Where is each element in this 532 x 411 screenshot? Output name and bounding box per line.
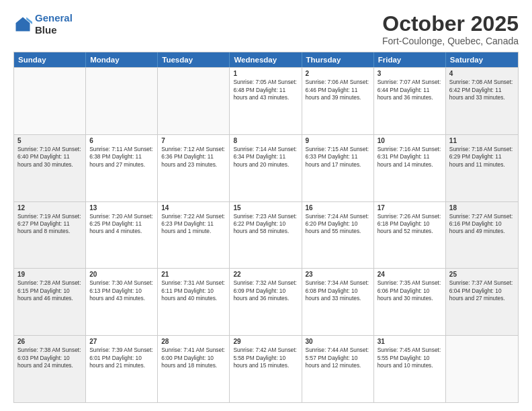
calendar-cell — [446, 336, 518, 402]
day-number: 16 — [306, 204, 370, 212]
cell-info: Sunrise: 7:37 AM Sunset: 6:04 PM Dayligh… — [449, 279, 515, 302]
day-number: 30 — [306, 338, 370, 345]
calendar-cell: 28Sunrise: 7:41 AM Sunset: 6:00 PM Dayli… — [158, 336, 230, 402]
cell-info: Sunrise: 7:18 AM Sunset: 6:29 PM Dayligh… — [449, 146, 515, 169]
logo-icon — [13, 15, 32, 34]
cell-info: Sunrise: 7:07 AM Sunset: 6:44 PM Dayligh… — [378, 79, 442, 101]
day-number: 1 — [233, 70, 298, 77]
day-number: 4 — [449, 70, 515, 77]
cell-info: Sunrise: 7:31 AM Sunset: 6:11 PM Dayligh… — [161, 279, 226, 302]
calendar-header: SundayMondayTuesdayWednesdayThursdayFrid… — [14, 52, 518, 67]
calendar-row-1: 1Sunrise: 7:05 AM Sunset: 6:48 PM Daylig… — [14, 67, 518, 134]
day-number: 6 — [89, 137, 154, 144]
cell-info: Sunrise: 7:41 AM Sunset: 6:00 PM Dayligh… — [161, 347, 226, 369]
calendar-cell: 13Sunrise: 7:20 AM Sunset: 6:25 PM Dayli… — [86, 202, 158, 269]
calendar: SundayMondayTuesdayWednesdayThursdayFrid… — [13, 52, 519, 403]
cell-info: Sunrise: 7:11 AM Sunset: 6:38 PM Dayligh… — [89, 146, 154, 169]
cell-info: Sunrise: 7:35 AM Sunset: 6:06 PM Dayligh… — [378, 279, 442, 302]
title-block: October 2025 Fort-Coulonge, Quebec, Cana… — [382, 12, 519, 46]
cell-info: Sunrise: 7:27 AM Sunset: 6:16 PM Dayligh… — [449, 213, 515, 236]
cell-info: Sunrise: 7:10 AM Sunset: 6:40 PM Dayligh… — [17, 146, 82, 169]
day-number: 22 — [233, 271, 298, 278]
calendar-cell: 27Sunrise: 7:39 AM Sunset: 6:01 PM Dayli… — [86, 336, 158, 402]
day-number: 11 — [449, 137, 515, 144]
day-number: 21 — [161, 271, 226, 278]
cell-info: Sunrise: 7:14 AM Sunset: 6:34 PM Dayligh… — [233, 146, 298, 169]
calendar-cell: 10Sunrise: 7:16 AM Sunset: 6:31 PM Dayli… — [374, 135, 446, 201]
day-number: 13 — [89, 204, 154, 212]
cell-info: Sunrise: 7:23 AM Sunset: 6:22 PM Dayligh… — [233, 213, 298, 236]
calendar-cell: 29Sunrise: 7:42 AM Sunset: 5:58 PM Dayli… — [230, 336, 302, 402]
cell-info: Sunrise: 7:16 AM Sunset: 6:31 PM Dayligh… — [378, 146, 442, 169]
location: Fort-Coulonge, Quebec, Canada — [382, 36, 519, 46]
calendar-cell: 16Sunrise: 7:24 AM Sunset: 6:20 PM Dayli… — [302, 202, 374, 269]
day-number: 12 — [17, 204, 82, 212]
calendar-cell — [14, 68, 86, 134]
day-number: 7 — [161, 137, 226, 144]
cell-info: Sunrise: 7:32 AM Sunset: 6:09 PM Dayligh… — [233, 279, 298, 302]
cell-info: Sunrise: 7:38 AM Sunset: 6:03 PM Dayligh… — [17, 347, 82, 369]
calendar-cell: 6Sunrise: 7:11 AM Sunset: 6:38 PM Daylig… — [86, 135, 158, 201]
logo-text: General Blue — [35, 12, 73, 36]
day-number: 14 — [161, 204, 226, 212]
day-number: 3 — [378, 70, 442, 77]
calendar-row-2: 5Sunrise: 7:10 AM Sunset: 6:40 PM Daylig… — [14, 134, 518, 201]
calendar-cell: 19Sunrise: 7:28 AM Sunset: 6:15 PM Dayli… — [14, 269, 86, 335]
cell-info: Sunrise: 7:45 AM Sunset: 5:55 PM Dayligh… — [378, 347, 442, 369]
calendar-cell: 4Sunrise: 7:08 AM Sunset: 6:42 PM Daylig… — [446, 68, 518, 134]
cell-info: Sunrise: 7:06 AM Sunset: 6:46 PM Dayligh… — [306, 79, 370, 101]
calendar-cell: 7Sunrise: 7:12 AM Sunset: 6:36 PM Daylig… — [158, 135, 230, 201]
calendar-cell: 11Sunrise: 7:18 AM Sunset: 6:29 PM Dayli… — [446, 135, 518, 201]
day-number: 26 — [17, 338, 82, 345]
cell-info: Sunrise: 7:05 AM Sunset: 6:48 PM Dayligh… — [233, 79, 298, 101]
logo: General Blue — [13, 12, 73, 36]
calendar-cell: 8Sunrise: 7:14 AM Sunset: 6:34 PM Daylig… — [230, 135, 302, 201]
day-header-monday: Monday — [86, 52, 158, 67]
cell-info: Sunrise: 7:34 AM Sunset: 6:08 PM Dayligh… — [306, 279, 370, 302]
cell-info: Sunrise: 7:39 AM Sunset: 6:01 PM Dayligh… — [89, 347, 154, 369]
calendar-cell: 22Sunrise: 7:32 AM Sunset: 6:09 PM Dayli… — [230, 269, 302, 335]
page: General Blue October 2025 Fort-Coulonge,… — [0, 0, 532, 411]
calendar-cell: 1Sunrise: 7:05 AM Sunset: 6:48 PM Daylig… — [230, 68, 302, 134]
day-number: 20 — [89, 271, 154, 278]
day-header-thursday: Thursday — [302, 52, 374, 67]
day-header-saturday: Saturday — [446, 52, 518, 67]
calendar-cell: 9Sunrise: 7:15 AM Sunset: 6:33 PM Daylig… — [302, 135, 374, 201]
day-number: 25 — [449, 271, 515, 278]
cell-info: Sunrise: 7:12 AM Sunset: 6:36 PM Dayligh… — [161, 146, 226, 169]
day-number: 17 — [378, 204, 442, 212]
day-number: 15 — [233, 204, 298, 212]
calendar-cell: 12Sunrise: 7:19 AM Sunset: 6:27 PM Dayli… — [14, 202, 86, 269]
calendar-cell: 20Sunrise: 7:30 AM Sunset: 6:13 PM Dayli… — [86, 269, 158, 335]
calendar-cell: 30Sunrise: 7:44 AM Sunset: 5:57 PM Dayli… — [302, 336, 374, 402]
day-number: 28 — [161, 338, 226, 345]
day-number: 10 — [378, 137, 442, 144]
calendar-cell — [86, 68, 158, 134]
cell-info: Sunrise: 7:44 AM Sunset: 5:57 PM Dayligh… — [306, 347, 370, 369]
cell-info: Sunrise: 7:20 AM Sunset: 6:25 PM Dayligh… — [89, 213, 154, 236]
calendar-body: 1Sunrise: 7:05 AM Sunset: 6:48 PM Daylig… — [14, 67, 518, 402]
cell-info: Sunrise: 7:19 AM Sunset: 6:27 PM Dayligh… — [17, 213, 82, 236]
day-number: 24 — [378, 271, 442, 278]
day-header-friday: Friday — [374, 52, 446, 67]
logo-line1: General — [35, 12, 73, 24]
cell-info: Sunrise: 7:08 AM Sunset: 6:42 PM Dayligh… — [449, 79, 515, 101]
calendar-cell — [158, 68, 230, 134]
calendar-cell: 23Sunrise: 7:34 AM Sunset: 6:08 PM Dayli… — [302, 269, 374, 335]
day-number: 23 — [306, 271, 370, 278]
calendar-cell: 26Sunrise: 7:38 AM Sunset: 6:03 PM Dayli… — [14, 336, 86, 402]
calendar-cell: 18Sunrise: 7:27 AM Sunset: 6:16 PM Dayli… — [446, 202, 518, 269]
calendar-cell: 24Sunrise: 7:35 AM Sunset: 6:06 PM Dayli… — [374, 269, 446, 335]
calendar-cell: 5Sunrise: 7:10 AM Sunset: 6:40 PM Daylig… — [14, 135, 86, 201]
cell-info: Sunrise: 7:28 AM Sunset: 6:15 PM Dayligh… — [17, 279, 82, 302]
day-number: 18 — [449, 204, 515, 212]
day-number: 29 — [233, 338, 298, 345]
day-number: 27 — [89, 338, 154, 345]
logo-line2: Blue — [35, 24, 73, 36]
cell-info: Sunrise: 7:30 AM Sunset: 6:13 PM Dayligh… — [89, 279, 154, 302]
calendar-cell: 17Sunrise: 7:26 AM Sunset: 6:18 PM Dayli… — [374, 202, 446, 269]
calendar-row-5: 26Sunrise: 7:38 AM Sunset: 6:03 PM Dayli… — [14, 335, 518, 402]
month-title: October 2025 — [382, 12, 519, 36]
day-number: 9 — [306, 137, 370, 144]
day-header-sunday: Sunday — [14, 52, 86, 67]
